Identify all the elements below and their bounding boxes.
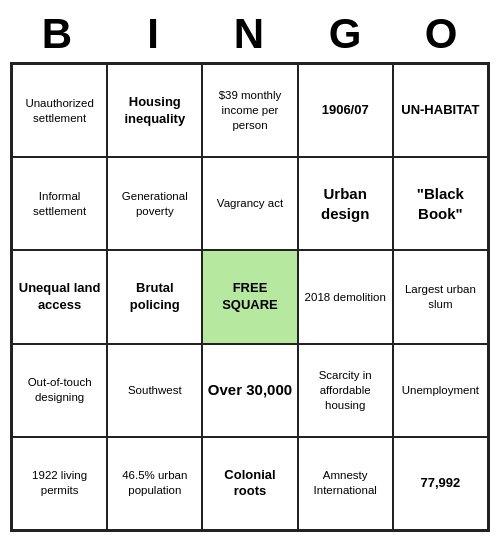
bingo-cell-9[interactable]: "Black Book" [393,157,488,250]
title-n: N [206,10,294,58]
bingo-cell-14[interactable]: Largest urban slum [393,250,488,343]
title-i: I [110,10,198,58]
bingo-cell-11[interactable]: Brutal policing [107,250,202,343]
bingo-cell-24[interactable]: 77,992 [393,437,488,530]
bingo-cell-5[interactable]: Informal settlement [12,157,107,250]
bingo-cell-13[interactable]: 2018 demolition [298,250,393,343]
bingo-cell-18[interactable]: Scarcity in affordable housing [298,344,393,437]
bingo-cell-7[interactable]: Vagrancy act [202,157,297,250]
title-g: G [302,10,390,58]
bingo-cell-19[interactable]: Unemployment [393,344,488,437]
bingo-cell-4[interactable]: UN-HABITAT [393,64,488,157]
bingo-title: B I N G O [10,10,490,58]
bingo-cell-3[interactable]: 1906/07 [298,64,393,157]
bingo-cell-0[interactable]: Unauthorized settlement [12,64,107,157]
bingo-cell-23[interactable]: Amnesty International [298,437,393,530]
bingo-cell-2[interactable]: $39 monthly income per person [202,64,297,157]
bingo-cell-20[interactable]: 1922 living permits [12,437,107,530]
title-b: B [14,10,102,58]
title-o: O [398,10,486,58]
bingo-cell-21[interactable]: 46.5% urban population [107,437,202,530]
bingo-cell-1[interactable]: Housing inequality [107,64,202,157]
bingo-cell-15[interactable]: Out-of-touch designing [12,344,107,437]
bingo-cell-22[interactable]: Colonial roots [202,437,297,530]
bingo-grid: Unauthorized settlementHousing inequalit… [10,62,490,532]
bingo-cell-12[interactable]: FREE SQUARE [202,250,297,343]
bingo-cell-10[interactable]: Unequal land access [12,250,107,343]
bingo-cell-6[interactable]: Generational poverty [107,157,202,250]
bingo-cell-16[interactable]: Southwest [107,344,202,437]
bingo-cell-17[interactable]: Over 30,000 [202,344,297,437]
bingo-cell-8[interactable]: Urban design [298,157,393,250]
